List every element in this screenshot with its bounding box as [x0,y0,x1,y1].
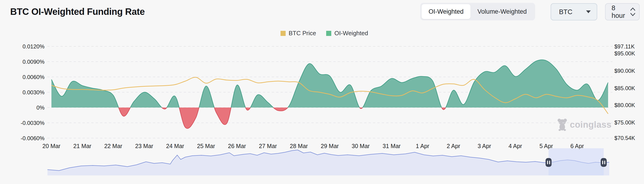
x-axis-label: 5 Apr [540,143,553,149]
y-axis-right-label: $80.00K [614,102,635,108]
y-axis-right-label: $95.00K [614,50,635,56]
navigator-handle-left[interactable] [546,158,552,167]
x-axis-label: 1 Apr [416,143,429,149]
y-axis-right-label: $90.00K [614,68,635,74]
y-axis-right-label: $97.11K [614,43,635,50]
y-axis-right-label: $75.00K [614,119,635,126]
navigator-handle-right[interactable] [601,158,607,167]
x-axis-label: 3 Apr [478,143,491,149]
x-axis-label: 26 Mar [228,143,246,149]
main-chart: 0.0120%0.0090%0.0060%0.0030%0%-0.0030%-0… [0,0,644,184]
x-axis-label: 4 Apr [508,143,522,149]
y-axis-right-label: $85.00K [614,85,635,91]
x-axis-label: 2 Apr [447,143,460,149]
x-axis-label: 28 Mar [290,143,308,149]
x-axis-label: 25 Mar [197,143,215,149]
x-axis-label: 6 Apr [570,143,584,149]
y-axis-left-label: 0.0090% [22,59,44,65]
y-axis-left-label: 0.0030% [22,89,44,96]
x-axis-label: 23 Mar [135,143,153,149]
y-axis-left-label: -0.0060% [20,135,44,141]
funding-rate-page: BTC OI-Weighted Funding Rate OI-Weighted… [0,0,644,184]
navigator-selection[interactable] [548,148,604,176]
x-axis-label: 27 Mar [259,143,277,149]
x-axis-label: 21 Mar [74,143,92,149]
y-axis-left-label: 0% [36,104,44,111]
x-axis-label: 22 Mar [104,143,122,149]
y-axis-left-label: -0.0030% [20,120,44,126]
y-axis-left-label: 0.0060% [22,74,44,80]
x-axis-label: 20 Mar [42,143,60,149]
y-axis-right-label: $70.54K [614,135,635,141]
x-axis-label: 24 Mar [166,143,184,149]
x-axis-label: 29 Mar [321,143,339,149]
x-axis-label: 31 Mar [383,143,401,149]
x-axis-label: 30 Mar [352,143,370,149]
y-axis-left-label: 0.0120% [22,43,44,50]
